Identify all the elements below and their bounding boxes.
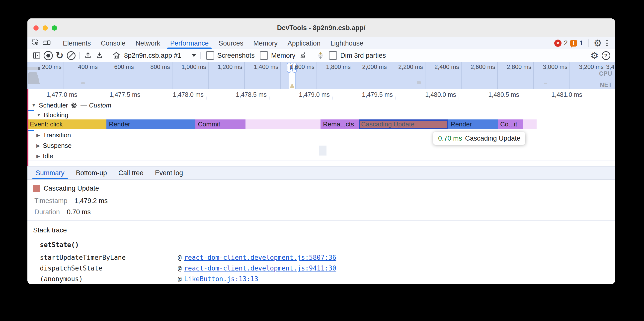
garbage-collect-broom-icon[interactable] (298, 50, 309, 61)
settings-gear-icon[interactable]: ⚙ (594, 39, 602, 48)
tab-elements[interactable]: Elements (58, 37, 96, 49)
collapse-icon[interactable] (315, 50, 326, 61)
devtools-window: DevTools - 8p2n9n.csb.app/ ElementsConso… (28, 18, 615, 284)
overview-tick-label: 1,000 ms (166, 63, 206, 70)
stack-frame: startUpdateTimerByLane@react-dom-client.… (40, 253, 336, 262)
details-tabbar: SummaryBottom-upCall treeEvent log (28, 166, 615, 180)
overview-tick-label: 1,800 ms (311, 63, 351, 70)
ruler-tick-label: 1,477.5 ms (96, 89, 140, 100)
net-lane-divider (28, 84, 615, 84)
performance-toolbar: ↻ 8p2n9n.csb.app #1 Screenshots (28, 49, 615, 62)
chevron-down-icon (192, 54, 196, 57)
details-tab-call-tree[interactable]: Call tree (113, 166, 149, 179)
track-row-blocking[interactable]: ▼Blocking (36, 111, 68, 119)
details-tab-bottom-up[interactable]: Bottom-up (70, 166, 113, 179)
overview-tick-label: 2,200 ms (383, 63, 423, 70)
flame-entry-untitled[interactable] (246, 120, 320, 129)
overview-tick-label: 3,200 ms (564, 63, 604, 70)
ruler-tick-label: 1,478.5 ms (222, 89, 267, 100)
titlebar: DevTools - 8p2n9n.csb.app/ (28, 18, 615, 38)
checkbox-icon (329, 51, 337, 60)
source-link[interactable]: react-dom-client.development.js:9411:30 (184, 265, 336, 272)
divider (79, 52, 80, 59)
details-tab-event-log[interactable]: Event log (149, 166, 189, 179)
track-bottom-line (28, 160, 615, 161)
record-reload-icon[interactable]: ↻ (54, 50, 65, 61)
overview-tick-label: 3,4 (606, 63, 615, 70)
divider (108, 52, 108, 59)
stack-header: setState() (40, 241, 79, 249)
settings-gear-icon[interactable]: ⚙ (589, 50, 600, 61)
cpu-activity-shape (28, 72, 43, 84)
timeline-overview[interactable]: CPU NET 200 ms400 ms600 ms800 ms1,000 ms… (28, 62, 615, 89)
ruler-tick-label: 1,477.0 ms (32, 89, 77, 100)
tabbar-right: × 2 ! 1 ⚙ (554, 39, 615, 48)
track-row-suspense[interactable]: ▶Suspense (36, 141, 72, 150)
track-row-idle[interactable]: ▶Idle (36, 152, 53, 160)
overview-tick-label: 2,400 ms (419, 63, 459, 70)
divider (586, 52, 586, 59)
flame-entry-cascading-update[interactable]: Cascading Update (359, 120, 448, 129)
desktop: { "window_title": "DevTools - 8p2n9n.csb… (0, 0, 644, 321)
tab-console[interactable]: Console (96, 37, 130, 49)
history-dropdown[interactable]: 8p2n9n.csb.app #1 (124, 52, 196, 59)
tab-performance[interactable]: Performance (165, 37, 214, 49)
triangle-down-icon: ▼ (36, 112, 41, 118)
source-link[interactable]: react-dom-client.development.js:5807:36 (184, 254, 336, 261)
legend-label: Cascading Update (44, 185, 99, 192)
divider (200, 52, 201, 59)
history-selected: 8p2n9n.csb.app #1 (124, 52, 182, 59)
details-tab-summary[interactable]: Summary (30, 166, 70, 179)
flame-entry-event-click[interactable]: Event: click (28, 120, 106, 129)
source-link[interactable]: LikeButton.js:13:13 (184, 275, 258, 283)
tab-memory[interactable]: Memory (248, 37, 282, 49)
clear-icon[interactable] (65, 50, 77, 61)
flame-entry-render[interactable]: Render (106, 120, 196, 129)
flame-chart[interactable]: ▼ Scheduler — Custom ▼Blocking▶Transitio… (28, 100, 615, 166)
warning-badge-icon[interactable]: ! (570, 40, 577, 46)
error-count: 2 (564, 39, 568, 47)
live-metrics-home-icon[interactable] (111, 50, 122, 61)
react-atom-icon (70, 102, 77, 109)
tab-network[interactable]: Network (130, 37, 165, 49)
kebab-menu-icon[interactable] (604, 40, 610, 46)
flame-entry-render[interactable]: Render (448, 120, 498, 129)
field-value: 1,479.2 ms (74, 197, 108, 205)
track-row-transition[interactable]: ▶Transition (36, 131, 71, 139)
overview-tick-label: 600 ms (94, 63, 134, 70)
ruler-tick-label: 1,480.5 ms (474, 89, 519, 100)
divider (55, 39, 55, 47)
toggle-sidebar-icon[interactable] (31, 50, 42, 61)
inspect-icon[interactable] (30, 37, 41, 49)
flame-entry-untitled[interactable] (523, 120, 536, 129)
track-row-label: Transition (43, 131, 71, 139)
flame-entry-rema-cts[interactable]: Rema...cts (320, 120, 359, 129)
screenshots-checkbox[interactable]: Screenshots (206, 51, 255, 60)
dim-3rd-parties-label: Dim 3rd parties (340, 52, 386, 59)
upload-profile-icon[interactable] (82, 50, 94, 61)
selection-cpu-marker (290, 83, 294, 88)
help-icon[interactable]: ? (600, 50, 612, 61)
track-group-scheduler[interactable]: ▼ Scheduler — Custom (32, 101, 111, 110)
device-toolbar-icon[interactable] (41, 37, 52, 49)
frame-function: dispatchSetState (40, 264, 178, 273)
memory-checkbox[interactable]: Memory (260, 51, 296, 60)
flame-entry-commit[interactable]: Commit (196, 120, 246, 129)
triangle-right-icon: ▶ (36, 143, 40, 149)
checkbox-icon (206, 51, 214, 60)
overview-tick-label: 200 ms (28, 63, 62, 70)
summary-pane: Cascading Update Timestamp1,479.2 msDura… (28, 180, 615, 284)
download-profile-icon[interactable] (94, 50, 105, 61)
flame-entry-co-it[interactable]: Co...it (498, 120, 523, 129)
tab-lighthouse[interactable]: Lighthouse (326, 37, 368, 49)
warning-count: 1 (580, 39, 583, 47)
summary-field-timestamp: Timestamp1,479.2 ms (34, 197, 108, 205)
cpu-activity-shape (544, 83, 547, 84)
frame-function: (anonymous) (40, 275, 178, 283)
tab-application[interactable]: Application (282, 37, 326, 49)
group-custom-label: Custom (89, 102, 112, 109)
record-icon[interactable] (42, 50, 54, 61)
dim-3rd-parties-checkbox[interactable]: Dim 3rd parties (329, 51, 386, 60)
tab-sources[interactable]: Sources (214, 37, 248, 49)
error-badge-icon[interactable]: × (554, 40, 562, 47)
